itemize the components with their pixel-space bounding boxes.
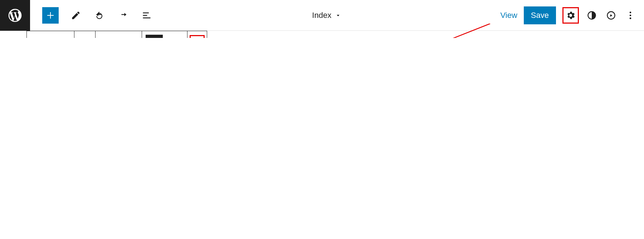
drag-handle[interactable]: [43, 31, 60, 38]
wordpress-logo[interactable]: [0, 0, 30, 31]
gear-icon: [566, 10, 576, 20]
undo-button[interactable]: [93, 9, 106, 22]
toolbar-right: View Save: [501, 6, 637, 24]
grid-layout-button[interactable]: [166, 31, 187, 38]
contrast-icon: [587, 10, 597, 20]
align-left-button[interactable]: [146, 35, 163, 38]
block-type-button[interactable]: [27, 31, 43, 38]
toolbar-left: [42, 7, 153, 24]
top-bar: Index View Save: [0, 0, 644, 31]
template-selector[interactable]: Index: [153, 11, 501, 20]
more-vertical-icon: [625, 10, 635, 20]
add-block-button[interactable]: [42, 7, 59, 24]
svg-point-3: [630, 14, 631, 16]
editor-canvas: Replace Hello world! November 15, 2022: [0, 31, 644, 38]
list-view-button[interactable]: [140, 9, 153, 22]
save-button[interactable]: Save: [524, 6, 556, 24]
svg-point-4: [630, 17, 631, 19]
undo-icon: [94, 10, 104, 20]
pencil-icon: [71, 10, 81, 20]
list-view-icon: [142, 10, 152, 20]
settings-sliders-button[interactable]: [74, 31, 95, 38]
redo-icon: [118, 10, 128, 20]
redo-button[interactable]: [117, 9, 130, 22]
view-link[interactable]: View: [501, 11, 517, 20]
edit-mode-button[interactable]: [69, 9, 82, 22]
svg-point-2: [630, 11, 631, 13]
block-toolbar: Replace: [26, 31, 207, 38]
move-updown[interactable]: [60, 31, 74, 38]
plus-icon: [46, 11, 55, 20]
browse-button[interactable]: [605, 9, 618, 22]
compass-icon: [606, 10, 616, 20]
block-options-button[interactable]: [191, 36, 204, 38]
replace-button[interactable]: Replace: [96, 31, 142, 38]
block-options-highlight: [190, 35, 205, 38]
chevron-down-icon: [335, 12, 341, 19]
settings-button[interactable]: [562, 7, 579, 24]
options-button[interactable]: [624, 9, 637, 22]
styles-button[interactable]: [585, 9, 598, 22]
template-title: Index: [312, 11, 331, 20]
wordpress-icon: [7, 8, 23, 23]
